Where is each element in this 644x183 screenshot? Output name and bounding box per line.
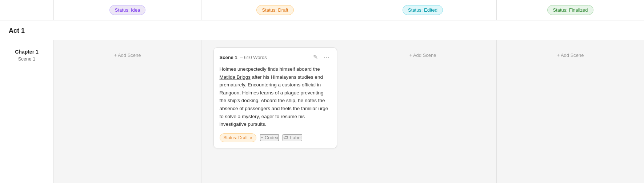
label-text: Label: [290, 135, 301, 140]
scene-col-draft: Scene 1 – 610 Words ✎ ⋯ Holmes unexpecte…: [201, 40, 349, 183]
add-scene-button-idea[interactable]: + Add Scene: [110, 50, 144, 60]
scene-status-label: Status: Draft: [224, 135, 248, 140]
edit-scene-button[interactable]: ✎: [312, 54, 319, 61]
ellipsis-icon: ⋯: [324, 54, 329, 60]
remove-status-button[interactable]: ×: [250, 136, 252, 140]
codex-label: + Codex: [261, 135, 279, 140]
scene-card: Scene 1 – 610 Words ✎ ⋯ Holmes unexpecte…: [213, 47, 337, 148]
scene-status-badge[interactable]: Status: Draft ×: [220, 133, 256, 142]
underline-holmes: Holmes: [242, 90, 259, 96]
scene-card-actions: ✎ ⋯: [312, 54, 331, 61]
status-badge-idea[interactable]: Status: Idea: [109, 5, 145, 15]
act-header: Act 1: [0, 20, 644, 40]
status-col-empty: [0, 0, 54, 20]
act-title: Act 1: [9, 27, 25, 34]
status-badge-edited[interactable]: Status: Edited: [403, 5, 443, 15]
scene-card-header: Scene 1 – 610 Words ✎ ⋯: [220, 54, 331, 61]
chapter-scene-label: Scene 1: [18, 56, 36, 62]
tag-icon: 🏷: [283, 135, 288, 140]
status-col-finalized: Status: Finalized: [497, 0, 644, 20]
scene-col-finalized: + Add Scene: [497, 40, 644, 183]
status-bar: Status: Idea Status: Draft Status: Edite…: [0, 0, 644, 20]
status-col-edited: Status: Edited: [349, 0, 497, 20]
underline-customs: a customs official in: [278, 82, 321, 87]
add-codex-button[interactable]: + Codex: [260, 134, 279, 141]
more-options-button[interactable]: ⋯: [322, 54, 331, 61]
status-badge-finalized[interactable]: Status: Finalized: [547, 5, 593, 15]
scene-col-idea: + Add Scene: [54, 40, 201, 183]
scene-title: Scene 1: [220, 55, 237, 60]
chapter-title: Chapter 1: [15, 49, 39, 55]
status-col-draft: Status: Draft: [201, 0, 349, 20]
add-scene-button-edited[interactable]: + Add Scene: [405, 50, 440, 60]
underline-matilda: Matilda Briggs: [220, 74, 251, 80]
pencil-icon: ✎: [313, 54, 318, 60]
add-label-button[interactable]: 🏷 Label: [283, 134, 302, 141]
chapter-column: Chapter 1 Scene 1: [0, 40, 54, 183]
add-scene-button-finalized[interactable]: + Add Scene: [553, 50, 587, 60]
status-badge-draft[interactable]: Status: Draft: [256, 5, 293, 15]
scene-card-title: Scene 1 – 610 Words: [220, 54, 267, 60]
scene-body: Holmes unexpectedly finds himself aboard…: [220, 65, 331, 128]
scene-col-edited: + Add Scene: [349, 40, 497, 183]
status-col-idea: Status: Idea: [54, 0, 201, 20]
board: Chapter 1 Scene 1 + Add Scene Scene 1 – …: [0, 40, 644, 183]
scene-card-footer: Status: Draft × + Codex 🏷 Label: [220, 133, 331, 142]
scene-word-count: – 610 Words: [239, 55, 267, 60]
